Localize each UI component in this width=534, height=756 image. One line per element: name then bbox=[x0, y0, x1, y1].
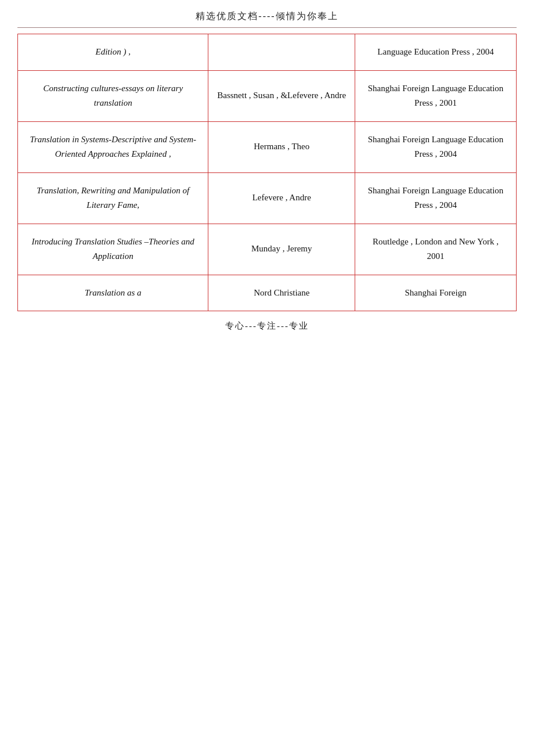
table-row: Translation in Systems-Descriptive and S… bbox=[18, 121, 517, 172]
title-cell: Translation in Systems-Descriptive and S… bbox=[18, 121, 208, 172]
header-title: 精选优质文档----倾情为你奉上 bbox=[17, 0, 517, 27]
publisher-text: Shanghai Foreign Language Education Pres… bbox=[368, 186, 504, 210]
title-text: Introducing Translation Studies –Theorie… bbox=[32, 237, 194, 261]
title-cell: Edition ) , bbox=[18, 34, 208, 71]
publisher-cell: Shanghai Foreign Language Education Pres… bbox=[355, 121, 517, 172]
author-text: Nord Christiane bbox=[254, 288, 309, 297]
header-divider bbox=[17, 27, 517, 28]
author-cell: Nord Christiane bbox=[208, 275, 355, 311]
author-cell bbox=[208, 34, 355, 71]
main-table: Edition ) , Language Education Press , 2… bbox=[17, 34, 517, 311]
author-cell: Bassnett , Susan , &Lefevere , Andre bbox=[208, 70, 355, 121]
title-cell: Translation as a bbox=[18, 275, 208, 311]
footer-text: 专心---专注---专业 bbox=[17, 311, 517, 337]
title-text: Translation, Rewriting and Manipulation … bbox=[37, 186, 189, 210]
author-text: Munday , Jeremy bbox=[251, 244, 312, 253]
title-cell: Introducing Translation Studies –Theorie… bbox=[18, 224, 208, 275]
author-text: Bassnett , Susan , &Lefevere , Andre bbox=[217, 91, 346, 100]
title-cell: Translation, Rewriting and Manipulation … bbox=[18, 172, 208, 224]
author-text: Lefevere , Andre bbox=[252, 193, 311, 202]
table-row: Constructing cultures-essays on literary… bbox=[18, 70, 517, 121]
author-cell: Lefevere , Andre bbox=[208, 172, 355, 224]
publisher-text: Shanghai Foreign Language Education Pres… bbox=[368, 135, 504, 159]
page-wrapper: 精选优质文档----倾情为你奉上 Edition ) , Language Ed… bbox=[0, 0, 534, 337]
table-row: Translation, Rewriting and Manipulation … bbox=[18, 172, 517, 224]
publisher-text: Shanghai Foreign bbox=[405, 288, 466, 297]
title-text: Edition ) , bbox=[96, 47, 131, 56]
publisher-cell: Shanghai Foreign Language Education Pres… bbox=[355, 172, 517, 224]
publisher-text: Language Education Press , 2004 bbox=[377, 47, 493, 56]
publisher-text: Shanghai Foreign Language Education Pres… bbox=[368, 84, 504, 108]
author-text: Hermans , Theo bbox=[254, 142, 309, 151]
table-row: Edition ) , Language Education Press , 2… bbox=[18, 34, 517, 71]
table-row: Introducing Translation Studies –Theorie… bbox=[18, 224, 517, 275]
title-text: Constructing cultures-essays on literary… bbox=[43, 84, 183, 108]
publisher-cell: Routledge , London and New York , 2001 bbox=[355, 224, 517, 275]
table-row: Translation as a Nord Christiane Shangha… bbox=[18, 275, 517, 311]
publisher-text: Routledge , London and New York , 2001 bbox=[373, 237, 499, 261]
author-cell: Munday , Jeremy bbox=[208, 224, 355, 275]
author-cell: Hermans , Theo bbox=[208, 121, 355, 172]
publisher-cell: Shanghai Foreign Language Education Pres… bbox=[355, 70, 517, 121]
title-cell: Constructing cultures-essays on literary… bbox=[18, 70, 208, 121]
publisher-cell: Language Education Press , 2004 bbox=[355, 34, 517, 71]
title-text: Translation as a bbox=[85, 288, 142, 297]
publisher-cell: Shanghai Foreign bbox=[355, 275, 517, 311]
title-text: Translation in Systems-Descriptive and S… bbox=[30, 135, 196, 159]
